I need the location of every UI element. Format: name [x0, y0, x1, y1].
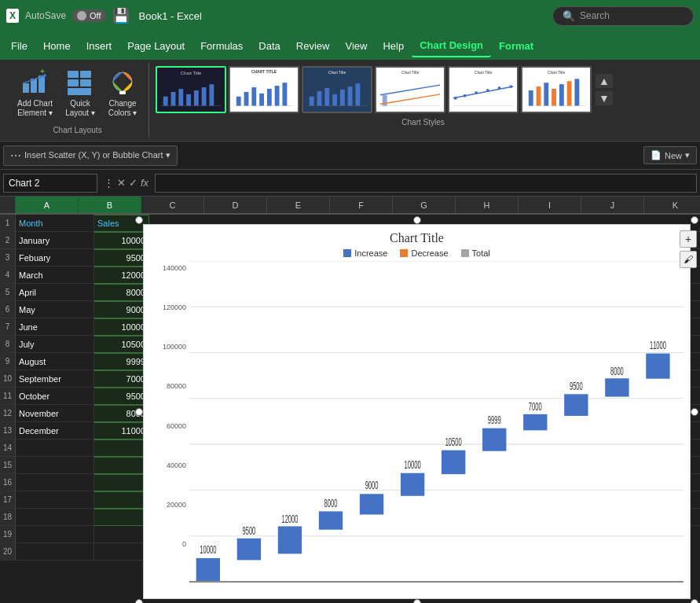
cell-a4[interactable]: March [16, 267, 94, 284]
svg-point-54 [454, 97, 457, 100]
menu-insert[interactable]: Insert [79, 35, 120, 57]
confirm-icon[interactable]: ✓ [129, 177, 137, 189]
cell-a8[interactable]: July [16, 336, 94, 353]
handle-bottom-right[interactable] [691, 599, 698, 603]
cell-a15[interactable] [16, 457, 94, 474]
menu-help[interactable]: Help [375, 35, 412, 57]
cell-a20[interactable] [16, 543, 94, 561]
svg-text:11000: 11000 [650, 340, 666, 351]
svg-point-12 [119, 78, 126, 86]
autosave-toggle[interactable]: Off [72, 9, 105, 22]
cell-a18[interactable] [16, 509, 94, 526]
cell-a7[interactable]: June [16, 318, 94, 336]
handle-top-right[interactable] [691, 216, 698, 224]
chart-add-button[interactable]: + [680, 230, 697, 248]
handle-bottom-mid[interactable] [413, 599, 421, 603]
cell-a6[interactable]: May [16, 301, 94, 318]
chart-style-4[interactable]: Chart Title [375, 66, 445, 113]
insert-scatter-button[interactable]: ⋯ Insert Scatter (X, Y) or Bubble Chart … [3, 145, 178, 166]
cell-a1[interactable]: Month [16, 215, 94, 232]
col-header-g[interactable]: G [393, 197, 456, 214]
new-dropdown-icon: ▾ [685, 150, 690, 160]
legend-decrease: Decrease [400, 248, 448, 258]
menu-format[interactable]: Format [491, 35, 541, 57]
svg-rect-2 [38, 75, 45, 93]
change-colors-button[interactable]: ChangeColors ▾ [103, 66, 142, 121]
chart-style-2[interactable]: CHART TITLE [229, 66, 299, 113]
menu-formulas[interactable]: Formulas [192, 35, 251, 57]
cell-a16[interactable] [16, 474, 94, 491]
cell-a9[interactable]: August [16, 353, 94, 370]
svg-point-58 [498, 86, 501, 90]
chart-brush-button[interactable]: 🖌 [680, 251, 697, 268]
save-icon[interactable]: 💾 [112, 7, 130, 24]
menu-page-layout[interactable]: Page Layout [119, 35, 192, 57]
svg-rect-80 [237, 539, 261, 561]
search-icon: 🔍 [563, 10, 575, 22]
chart-style-6[interactable]: Chart Title [521, 66, 592, 113]
svg-rect-6 [68, 71, 79, 78]
ribbon: + Add ChartElement ▾ QuickLayout ▾ [0, 60, 700, 142]
chart-styles-row: Chart Title CHART TITLE [152, 63, 694, 115]
menu-file[interactable]: File [3, 35, 35, 57]
row-num-18: 18 [0, 509, 16, 526]
formula-input[interactable] [155, 174, 697, 193]
chart-styles-label: Chart Styles [152, 115, 694, 127]
col-header-b[interactable]: B [79, 197, 141, 214]
cell-a3[interactable]: Febuary [16, 249, 94, 267]
chart-overlay[interactable]: Chart Title Increase Decrease [134, 215, 700, 603]
col-header-k[interactable]: K [644, 197, 700, 214]
svg-rect-19 [178, 89, 183, 106]
new-button[interactable]: 📄 New ▾ [643, 146, 697, 164]
handle-bottom-left[interactable] [135, 599, 143, 603]
name-box[interactable]: Chart 2 [3, 174, 97, 193]
col-header-a[interactable]: A [16, 197, 79, 214]
new-icon: 📄 [651, 150, 662, 160]
cell-a2[interactable]: January [16, 232, 94, 249]
col-header-e[interactable]: E [267, 197, 330, 214]
add-chart-element-button[interactable]: + Add ChartElement ▾ [13, 66, 57, 121]
chart-style-3[interactable]: Chart Title [302, 66, 372, 113]
more-options-icon[interactable]: ⋮ [104, 177, 114, 189]
col-header-j[interactable]: J [581, 197, 644, 214]
handle-mid-right[interactable] [691, 408, 698, 416]
svg-rect-88 [401, 473, 424, 496]
cell-a19[interactable] [16, 526, 94, 543]
svg-rect-38 [317, 91, 322, 106]
search-box[interactable]: 🔍 Search [552, 6, 694, 26]
chart-box[interactable]: Chart Title Increase Decrease [143, 224, 691, 599]
cell-a17[interactable] [16, 491, 94, 509]
cell-a5[interactable]: April [16, 284, 94, 301]
search-placeholder: Search [580, 10, 610, 21]
chart-styles-down[interactable]: ▼ [596, 91, 613, 105]
cell-a14[interactable] [16, 439, 94, 457]
col-header-c[interactable]: C [141, 197, 204, 214]
svg-point-57 [486, 89, 489, 92]
cell-a12[interactable]: November [16, 405, 94, 422]
menu-chart-design[interactable]: Chart Design [412, 35, 491, 57]
quick-layout-button[interactable]: QuickLayout ▾ [60, 66, 100, 121]
menu-review[interactable]: Review [288, 35, 338, 57]
cell-a13[interactable]: December [16, 422, 94, 439]
svg-point-56 [475, 91, 478, 94]
handle-top-mid[interactable] [413, 216, 421, 224]
cell-a10[interactable]: September [16, 370, 94, 388]
col-header-d[interactable]: D [204, 197, 267, 214]
handle-top-left[interactable] [135, 216, 143, 224]
excel-logo: X [6, 9, 19, 23]
chart-style-1[interactable]: Chart Title [156, 66, 226, 113]
handle-mid-left[interactable] [135, 408, 143, 416]
row-num-17: 17 [0, 491, 16, 509]
svg-text:Chart Title: Chart Title [548, 71, 566, 75]
cell-a11[interactable]: October [16, 388, 94, 405]
cancel-icon[interactable]: ✕ [117, 177, 126, 189]
chart-style-5[interactable]: Chart Title [448, 66, 519, 113]
menu-data[interactable]: Data [251, 35, 288, 57]
menu-home[interactable]: Home [35, 35, 79, 57]
col-header-h[interactable]: H [456, 197, 519, 214]
chart-styles-up[interactable]: ▲ [596, 74, 613, 88]
col-header-i[interactable]: I [519, 197, 581, 214]
svg-text:Chart Title: Chart Title [328, 71, 346, 75]
col-header-f[interactable]: F [330, 197, 393, 214]
menu-view[interactable]: View [337, 35, 375, 57]
